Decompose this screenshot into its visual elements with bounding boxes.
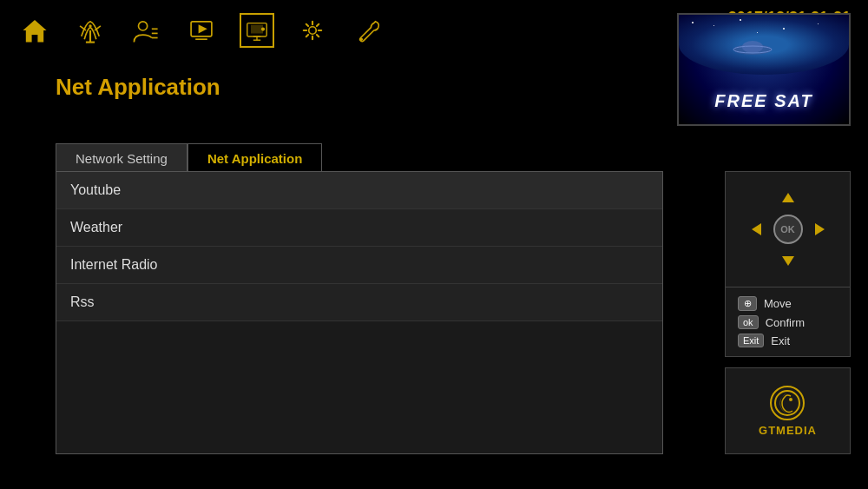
tools-wrench-icon[interactable] xyxy=(351,13,385,48)
dpad-up-icon[interactable] xyxy=(779,190,797,208)
preview-thumbnail: FREE SAT xyxy=(677,13,851,126)
svg-rect-14 xyxy=(251,25,263,34)
network-tv-icon[interactable] xyxy=(240,13,274,48)
legend-confirm: ok Confirm xyxy=(738,315,838,329)
list-item-weather[interactable]: Weather xyxy=(56,209,662,247)
move-label: Move xyxy=(764,297,792,310)
gtmedia-circle-icon xyxy=(770,386,805,420)
legend-move: ⊕ Move xyxy=(738,296,838,311)
svg-point-3 xyxy=(89,24,91,27)
svg-marker-11 xyxy=(199,24,207,33)
svg-point-19 xyxy=(309,27,317,35)
exit-key: Exit xyxy=(738,334,764,347)
dpad-section: OK xyxy=(726,172,850,287)
svg-marker-27 xyxy=(782,256,794,266)
dpad-ok-button[interactable]: OK xyxy=(773,215,803,244)
exit-label: Exit xyxy=(771,334,790,347)
svg-marker-26 xyxy=(815,223,825,235)
dpad-right-icon[interactable] xyxy=(810,221,827,238)
list-item-internet-radio[interactable]: Internet Radio xyxy=(56,247,662,284)
dpad-down-icon[interactable] xyxy=(779,251,797,268)
list-area: Youtube Weather Internet Radio Rss xyxy=(56,171,663,454)
tab-network-setting[interactable]: Network Setting xyxy=(56,143,187,174)
svg-point-18 xyxy=(261,28,265,31)
tabs-container: Network Setting Net Application xyxy=(56,143,322,174)
freesat-logo: FREE SAT xyxy=(714,91,812,111)
tab-net-application[interactable]: Net Application xyxy=(187,143,322,174)
controls-panel: OK ⊕ Move ok Confirm Exit Exit xyxy=(725,171,851,357)
confirm-label: Confirm xyxy=(766,316,806,329)
dpad: OK xyxy=(745,186,832,273)
media-play-icon[interactable] xyxy=(184,13,219,48)
gtmedia-logo: GTMEDIA xyxy=(759,386,817,437)
legend-exit: Exit Exit xyxy=(738,334,838,347)
legend-section: ⊕ Move ok Confirm Exit Exit xyxy=(726,287,850,356)
page-title: Net Application xyxy=(56,74,220,101)
list-item-youtube[interactable]: Youtube xyxy=(56,172,662,209)
svg-point-22 xyxy=(742,41,763,53)
svg-point-29 xyxy=(789,398,792,401)
user-icon[interactable] xyxy=(128,13,163,48)
home-icon[interactable] xyxy=(17,13,52,48)
antenna-icon[interactable] xyxy=(73,13,108,48)
dpad-left-icon[interactable] xyxy=(749,221,766,238)
ok-key: ok xyxy=(738,315,759,329)
gtmedia-brand-box: GTMEDIA xyxy=(725,367,851,454)
svg-point-20 xyxy=(360,38,363,41)
gtmedia-text: GTMEDIA xyxy=(759,424,817,437)
svg-point-6 xyxy=(139,22,148,30)
list-item-rss[interactable]: Rss xyxy=(56,284,662,321)
svg-marker-0 xyxy=(23,20,46,42)
move-key: ⊕ xyxy=(738,296,757,311)
svg-marker-25 xyxy=(752,223,761,235)
settings-gear-icon[interactable] xyxy=(295,13,330,48)
svg-marker-24 xyxy=(782,193,794,202)
